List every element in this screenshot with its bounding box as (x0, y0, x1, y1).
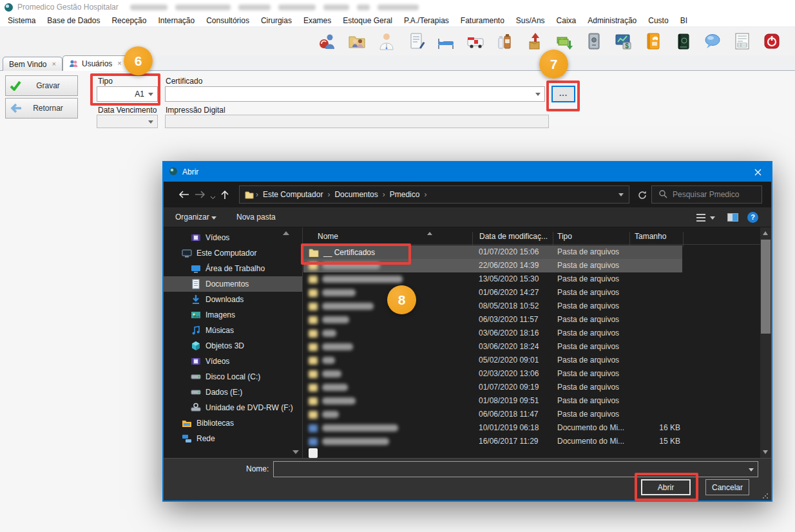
scrollbar-thumb[interactable] (761, 240, 771, 334)
prescription-icon[interactable] (406, 31, 426, 52)
breadcrumb-documentos[interactable]: Documentos (332, 190, 380, 199)
search-box[interactable]: Pesquisar Pmedico (651, 185, 762, 204)
close-icon[interactable] (744, 162, 771, 182)
column-nome[interactable]: Nome (318, 232, 338, 241)
sidebar-scroll-down-icon[interactable] (292, 450, 299, 454)
chevron-down-icon[interactable] (211, 216, 216, 220)
sidebar-item-rede[interactable]: Rede (164, 431, 302, 446)
ledger-book-icon[interactable] (673, 31, 693, 52)
back-icon[interactable] (178, 190, 189, 201)
sidebar-item-dados-e[interactable]: Dados (E:) (164, 385, 302, 400)
breadcrumb-este-computador[interactable]: Este Computador (260, 190, 325, 199)
column-data[interactable]: Data de modificaç... (479, 232, 548, 241)
sidebar-item-m-sicas[interactable]: Músicas (164, 323, 302, 338)
sidebar-item-este-computador[interactable]: Este Computador (164, 245, 302, 261)
file-row[interactable]: 02/03/2020 13:06Pasta de arquivos (303, 367, 760, 381)
menu-caixa[interactable]: Caixa (551, 14, 582, 27)
file-row[interactable]: 16/06/2017 11:29Documento do Mi...15 KB (303, 435, 760, 448)
menu-sus-ans[interactable]: Sus/Ans (510, 14, 551, 27)
patients-sync-icon[interactable] (317, 31, 338, 52)
stock-in-icon[interactable] (524, 31, 545, 52)
menu-cirurgias[interactable]: Cirurgias (255, 14, 298, 27)
browse-certificate-button[interactable]: ... (551, 86, 575, 102)
column-tipo[interactable]: Tipo (557, 232, 572, 241)
payout-icon[interactable] (554, 31, 575, 52)
file-row[interactable]: 01/07/2020 09:19Pasta de arquivos (303, 381, 760, 394)
scroll-down-icon[interactable] (763, 450, 768, 454)
menu-custo[interactable]: Custo (642, 14, 674, 27)
refresh-icon[interactable] (638, 191, 647, 202)
hospital-bed-icon[interactable] (436, 31, 456, 52)
menu-bi[interactable]: BI (675, 14, 693, 27)
menu-interna-o[interactable]: Internação (152, 14, 200, 27)
resize-grip-icon[interactable] (762, 493, 769, 499)
doctor-icon[interactable] (376, 31, 397, 52)
impressao-digital-field[interactable] (165, 115, 549, 128)
sidebar-scroll-up-icon[interactable] (283, 231, 289, 235)
close-tab-icon[interactable]: × (52, 61, 55, 68)
menu-estoque-geral[interactable]: Estoque Geral (337, 14, 398, 27)
file-row[interactable]: 08/05/2018 10:52Pasta de arquivos (303, 299, 760, 313)
file-row[interactable]: 10/01/2019 06:18Documento do Mi...16 KB (303, 421, 760, 435)
certificado-select[interactable] (165, 86, 545, 102)
forward-icon[interactable] (195, 190, 206, 201)
pharmacy-icon[interactable] (495, 31, 515, 52)
menu-administra-o[interactable]: Administração (582, 14, 642, 27)
menu-p-a-terapias[interactable]: P.A./Terapias (398, 14, 455, 27)
power-off-icon[interactable] (761, 31, 782, 52)
column-tamanho[interactable]: Tamanho (635, 232, 666, 241)
billing-calculator-icon[interactable]: $ (613, 31, 634, 52)
scroll-up-icon[interactable] (763, 231, 768, 235)
file-row[interactable]: 06/06/2018 11:47Pasta de arquivos (303, 408, 760, 421)
chevron-down-icon[interactable] (749, 468, 754, 471)
help-icon[interactable]: ? (747, 212, 758, 223)
tab-usu-rios[interactable]: Usuários× (62, 55, 128, 71)
recent-locations-chevron-icon[interactable] (210, 193, 216, 202)
sidebar-item-disco-local-c[interactable]: Disco Local (C:) (164, 369, 302, 385)
sidebar-item-imagens[interactable]: Imagens (164, 307, 302, 323)
tipo-select[interactable]: A1 (97, 86, 158, 102)
menu-recep-o[interactable]: Recepção (106, 14, 152, 27)
nova-pasta-button[interactable]: Nova pasta (236, 213, 276, 222)
address-bar[interactable]: ›Este Computador›Documentos›Pmedico› (239, 185, 629, 204)
safe-icon[interactable] (584, 31, 604, 52)
ambulance-icon[interactable] (465, 31, 486, 52)
patient-records-icon[interactable] (347, 31, 367, 52)
view-list-icon[interactable] (696, 214, 705, 222)
file-row[interactable]: 06/03/2020 11:57Pasta de arquivos (303, 313, 760, 327)
file-row[interactable]: 01/06/2020 14:27Pasta de arquivos (303, 286, 760, 299)
phonebook-icon[interactable] (643, 31, 664, 52)
sidebar-item-rea-de-trabalho[interactable]: Área de Trabalho (164, 261, 302, 276)
menu-base-de-dados[interactable]: Base de Dados (41, 14, 106, 27)
menu-consult-rios[interactable]: Consultórios (200, 14, 255, 27)
sidebar-item-bibliotecas[interactable]: Bibliotecas (164, 415, 302, 431)
menu-exames[interactable]: Exames (298, 14, 337, 27)
file-row[interactable]: 01/08/2019 09:51Pasta de arquivos (303, 394, 760, 408)
invoice-icon[interactable] (732, 31, 752, 52)
file-row[interactable]: 05/02/2020 09:01Pasta de arquivos (303, 354, 760, 367)
close-tab-icon[interactable]: × (117, 60, 121, 67)
gravar-button[interactable]: Gravar (5, 75, 78, 96)
sidebar-item-downloads[interactable]: Downloads (164, 292, 302, 307)
file-row[interactable]: 13/05/2020 15:30Pasta de arquivos (303, 272, 760, 286)
organizar-button[interactable]: Organizar (175, 213, 209, 222)
address-dropdown-icon[interactable] (618, 193, 624, 196)
filename-input[interactable] (273, 461, 758, 477)
preview-pane-icon[interactable] (727, 213, 738, 222)
sidebar-item-v-deos[interactable]: Vídeos (164, 230, 302, 245)
menu-faturamento[interactable]: Faturamento (455, 14, 510, 27)
chat-icon[interactable] (702, 31, 723, 52)
up-icon[interactable] (220, 189, 229, 202)
breadcrumb-pmedico[interactable]: Pmedico (387, 190, 423, 199)
data-vencimento-select[interactable] (97, 115, 158, 128)
abrir-button[interactable]: Abrir (641, 479, 691, 495)
sidebar-item-objetos-3d[interactable]: Objetos 3D (164, 338, 302, 354)
tab-bem-vindo[interactable]: Bem Vindo× (3, 57, 62, 71)
cancelar-button[interactable]: Cancelar (705, 479, 749, 495)
dialog-title-bar[interactable]: Abrir (164, 162, 771, 182)
sidebar-item-v-deos[interactable]: Vídeos (164, 354, 302, 369)
menu-sistema[interactable]: Sistema (2, 14, 41, 27)
file-row[interactable]: 03/06/2020 18:16Pasta de arquivos (303, 327, 760, 340)
file-row[interactable]: __ Certificados01/07/2020 15:06Pasta de … (303, 245, 760, 259)
file-row[interactable]: 03/06/2020 18:24Pasta de arquivos (303, 340, 760, 354)
